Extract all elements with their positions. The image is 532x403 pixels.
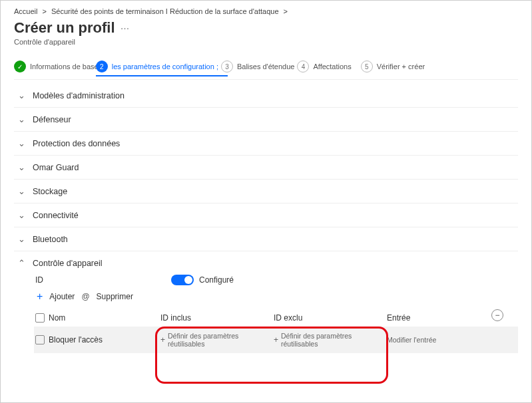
edit-entry-link[interactable]: Modifier l'entrée [387,336,436,344]
chevron-down-icon: ⌄ [17,162,26,172]
row-checkbox[interactable] [35,335,45,344]
remove-button[interactable]: Supprimer [97,292,133,301]
set-reusable-excluded-link[interactable]: + Définir des paramètres réutilisables [274,332,387,348]
accordion-header-admin-templates[interactable]: ⌄ Modèles d'administration [14,84,518,107]
breadcrumb-home[interactable]: Accueil [14,7,37,15]
step-label: Balises d'étendue [237,63,295,70]
step-number-icon: 2 [96,61,108,72]
accordion-header-storage[interactable]: ⌄ Stockage [14,180,518,203]
accordion-label: Connectivité [33,211,79,220]
accordion-header-bluetooth[interactable]: ⌄ Bluetooth [14,227,518,251]
accordion-header-omar-guard[interactable]: ⌄ Omar Guard [14,156,518,179]
step-config-settings[interactable]: 2 les paramètres de configuration ; [96,61,228,72]
step-label: les paramètres de configuration ; [112,63,218,70]
rules-table: − Nom ID inclus ID exclu Entrée Bl [34,309,518,353]
accordion-header-device-control[interactable]: ⌃ Contrôle d'appareil [14,251,518,275]
add-button[interactable]: Ajouter [49,292,75,301]
column-entry: Entrée [387,313,410,323]
step-label: Vérifier + créer [377,63,425,70]
step-basics[interactable]: ✓ Informations de base [14,61,108,72]
column-name: Nom [49,313,65,323]
step-label: Affectations [313,63,351,70]
remove-row-icon[interactable]: − [491,309,503,321]
accordion-label: Protection des données [33,139,120,148]
accordion-header-defender[interactable]: ⌄ Défenseur [14,108,518,131]
toggle-switch-icon [171,275,194,285]
chevron-down-icon: ⌄ [17,186,26,196]
configured-toggle[interactable]: Configuré [171,275,234,285]
select-all-checkbox[interactable] [35,313,45,323]
accordion-label: Défenseur [33,115,71,124]
device-control-body: ID Configuré + Ajouter @ Supprimer − [14,275,518,358]
check-icon: ✓ [14,61,26,72]
breadcrumb-path[interactable]: Sécurité des points de terminaison I Réd… [51,7,278,15]
breadcrumb-sep: > [43,7,47,15]
plus-icon: + [274,335,278,344]
accordion-label: Bluetooth [33,235,68,244]
table-header: Nom ID inclus ID exclu Entrée [34,309,518,327]
column-excluded-id: ID exclu [274,313,302,323]
page-title: Créer un profil [14,19,115,37]
chevron-down-icon: ⌄ [17,234,26,244]
set-reusable-included-link[interactable]: + Définir des paramètres réutilisables [160,332,274,348]
row-name: Bloquer l'accès [49,335,103,344]
id-label: ID [34,275,160,285]
chevron-down-icon: ⌄ [17,114,26,124]
table-row[interactable]: Bloquer l'accès + Définir des paramètres… [34,327,518,353]
chevron-down-icon: ⌄ [17,90,26,100]
chevron-down-icon: ⌄ [17,138,26,148]
settings-accordion: ⌄ Modèles d'administration ⌄ Défenseur ⌄… [14,84,518,358]
chevron-down-icon: ⌄ [17,210,26,220]
accordion-header-data-protection[interactable]: ⌄ Protection des données [14,132,518,155]
accordion-label: Stockage [33,187,67,196]
step-label: Informations de base [30,63,99,70]
page-actions-icon[interactable]: … [121,21,130,31]
step-number-icon: 4 [297,61,309,72]
wizard-steps: ✓ Informations de base 2 les paramètres … [14,61,518,72]
step-underline [96,75,228,76]
accordion-label: Contrôle d'appareil [33,259,103,268]
toggle-label: Configuré [199,275,234,285]
at-icon: @ [81,292,89,301]
page-subtitle: Contrôle d'appareil [14,38,518,46]
step-review-create[interactable]: 5 Vérifier + créer [361,61,434,72]
step-scope-tags[interactable]: 3 Balises d'étendue [221,61,304,72]
step-number-icon: 5 [361,61,373,72]
column-included-id: ID inclus [160,313,191,323]
accordion-label: Modèles d'administration [33,91,125,100]
plus-icon: + [160,335,165,344]
chevron-up-icon: ⌃ [17,258,26,268]
breadcrumb-tail: > [284,7,288,15]
plus-icon: + [37,291,43,303]
accordion-label: Omar Guard [33,163,79,172]
breadcrumb: Accueil > Sécurité des points de termina… [14,7,518,15]
accordion-header-connectivity[interactable]: ⌄ Connectivité [14,203,518,227]
step-number-icon: 3 [221,61,233,72]
step-assignments[interactable]: 4 Affectations [297,61,360,72]
